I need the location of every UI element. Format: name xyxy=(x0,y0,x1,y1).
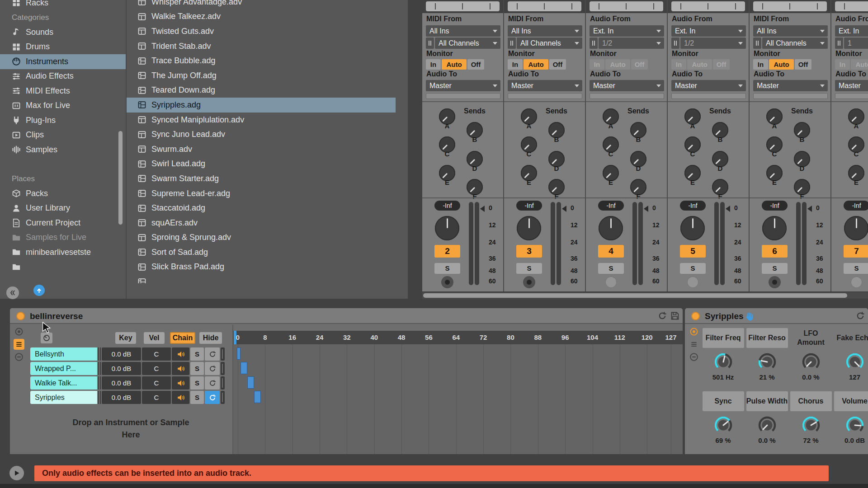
sidebar-item-partial[interactable] xyxy=(0,260,126,275)
sidebar-item-plug-ins[interactable]: Plug-Ins xyxy=(0,113,126,128)
chain-drag-handle[interactable] xyxy=(98,376,101,389)
chain-hot-swap-button[interactable] xyxy=(205,391,220,404)
sidebar-item-current-project[interactable]: Current Project xyxy=(0,216,126,230)
scrollbar-handle[interactable] xyxy=(423,293,847,298)
sidebar-item-drums[interactable]: Drums xyxy=(0,40,126,55)
browser-file-row[interactable]: Whisper Advantadge.adv xyxy=(127,0,396,9)
browser-file-row[interactable]: The Jump Off.adg xyxy=(127,68,396,83)
solo-button[interactable]: S xyxy=(598,263,624,274)
chain-name[interactable]: Wrapped P... xyxy=(30,362,97,375)
macro-value[interactable]: 0.0 % xyxy=(802,373,819,381)
macro-value[interactable]: 501 Hz xyxy=(712,373,734,381)
browser-file-row[interactable]: Teared Down.adg xyxy=(127,83,396,98)
macro-value[interactable]: 127 xyxy=(849,373,860,381)
mixer-horizontal-scrollbar[interactable] xyxy=(422,292,868,299)
key-zone-bar[interactable] xyxy=(241,362,247,374)
chain-activator-button[interactable] xyxy=(172,391,189,404)
arm-record-button[interactable] xyxy=(850,276,863,288)
drop-zone[interactable]: Drop an Instrument or Sample Here xyxy=(30,417,231,441)
macro-knob[interactable] xyxy=(844,352,865,372)
browser-file-row[interactable]: Swirl Lead.adg xyxy=(127,157,396,172)
solo-button[interactable]: S xyxy=(680,263,706,274)
rack-title-bar[interactable]: bellinreverse xyxy=(10,308,683,324)
browser-file-row[interactable]: Supreme Lead-er.adg xyxy=(127,186,396,201)
solo-button[interactable]: S xyxy=(516,263,542,274)
save-preset-icon[interactable] xyxy=(670,311,679,320)
volume-knob[interactable] xyxy=(435,216,459,240)
key-zone-ruler[interactable]: 081624324048566472808896104112120127 xyxy=(233,331,683,344)
browser-collapse-button[interactable] xyxy=(6,286,19,299)
chain-list-toggle[interactable] xyxy=(14,339,24,350)
chain-solo-button[interactable]: S xyxy=(190,347,204,361)
hot-swap-icon[interactable] xyxy=(658,311,667,320)
volume-knob[interactable] xyxy=(762,216,787,240)
rack-chain-row[interactable]: Walkie Talk... 0.0 dB C S xyxy=(30,376,231,389)
chain-pan[interactable]: C xyxy=(142,362,171,375)
browser-file-row[interactable]: Slick Brass Pad.adg xyxy=(127,260,396,275)
browser-file-row[interactable]: Twisted Guts.adv xyxy=(127,24,396,39)
macro-value[interactable]: 69 % xyxy=(715,436,731,444)
peak-level-display[interactable]: -Inf xyxy=(516,201,542,211)
chain-hot-swap-button[interactable] xyxy=(205,347,220,361)
preview-play-button[interactable] xyxy=(9,466,24,480)
chain-activator-button[interactable] xyxy=(172,347,189,361)
macro-knob[interactable] xyxy=(757,415,778,436)
chain-volume[interactable]: 0.0 dB xyxy=(102,347,141,361)
browser-file-row[interactable]: Sproing & Sprung.adv xyxy=(127,230,396,245)
device-activator-button[interactable] xyxy=(16,312,25,320)
chain-volume[interactable]: 0.0 dB xyxy=(102,376,141,389)
key-zone-grid[interactable] xyxy=(233,344,683,454)
arm-record-button[interactable] xyxy=(687,276,699,288)
key-zone-bar[interactable] xyxy=(247,376,254,389)
track-activator-button[interactable]: 7 xyxy=(844,245,868,258)
track-activator-button[interactable]: 2 xyxy=(434,245,460,258)
track-activator-button[interactable]: 4 xyxy=(598,245,624,258)
arm-record-button[interactable] xyxy=(441,276,453,288)
chain-drag-handle[interactable] xyxy=(98,391,101,404)
macro-knob[interactable] xyxy=(844,415,865,436)
track-activator-button[interactable]: 6 xyxy=(762,245,788,258)
hide-view-button[interactable]: Hide xyxy=(199,332,222,344)
solo-button[interactable]: S xyxy=(844,263,868,274)
arm-record-button[interactable] xyxy=(605,276,617,288)
browser-file-row[interactable]: Sync Juno Lead.adv xyxy=(127,127,396,142)
devices-view-toggle[interactable] xyxy=(14,352,24,362)
sidebar-item-sounds[interactable]: Sounds xyxy=(0,25,126,40)
chain-view-button[interactable]: Chain xyxy=(170,332,195,344)
sidebar-item-minibearlivesetste[interactable]: minibearlivesetste xyxy=(0,245,126,260)
peak-level-display[interactable]: -Inf xyxy=(598,201,624,211)
peak-level-display[interactable]: -Inf xyxy=(434,201,460,211)
rack-chain-row[interactable]: Bellsynth 0.0 dB C S xyxy=(30,347,231,361)
key-zone-bar[interactable] xyxy=(237,347,241,360)
chain-pan[interactable]: C xyxy=(142,391,171,404)
sidebar-item[interactable]: Racks xyxy=(0,0,126,10)
chain-solo-button[interactable]: S xyxy=(190,362,204,375)
browser-file-row[interactable] xyxy=(127,274,396,283)
vel-view-button[interactable]: Vel xyxy=(144,332,165,344)
macro-value[interactable]: 0.0 % xyxy=(758,436,775,444)
sidebar-item-samples-for-live[interactable]: Samples for Live xyxy=(0,230,126,245)
sidebar-item-instruments[interactable]: Instruments xyxy=(0,54,126,69)
device-activator-button[interactable] xyxy=(691,312,700,320)
chain-activator-button[interactable] xyxy=(172,376,189,389)
rack-chain-row[interactable]: Wrapped P... 0.0 dB C S xyxy=(30,362,231,375)
solo-button[interactable]: S xyxy=(762,263,788,274)
chain-list-toggle[interactable] xyxy=(689,339,699,350)
solo-button[interactable]: S xyxy=(434,263,460,274)
track-activator-button[interactable]: 3 xyxy=(516,245,542,258)
browser-file-row[interactable]: Trident Stab.adv xyxy=(127,39,396,54)
browser-file-row[interactable]: Synced Maniplulation.adv xyxy=(127,113,396,127)
browser-file-row[interactable]: Swurm.adv xyxy=(127,142,396,157)
key-zone-bar[interactable] xyxy=(254,391,261,403)
browser-file-row[interactable]: Walkie Talkeez.adv xyxy=(127,9,396,24)
chain-pan[interactable]: C xyxy=(142,376,171,389)
macro-value[interactable]: 72 % xyxy=(803,436,818,444)
browser-file-row[interactable]: Trace Bubble.adg xyxy=(127,53,396,68)
chain-name[interactable]: Bellsynth xyxy=(30,347,97,361)
key-view-button[interactable]: Key xyxy=(115,332,136,344)
browser-file-row[interactable]: squAErs.adv xyxy=(127,216,396,230)
peak-level-display[interactable]: -Inf xyxy=(844,201,868,211)
chain-volume[interactable]: 0.0 dB xyxy=(102,362,141,375)
arm-record-button[interactable] xyxy=(523,276,535,288)
chain-name[interactable]: Walkie Talk... xyxy=(30,376,97,389)
